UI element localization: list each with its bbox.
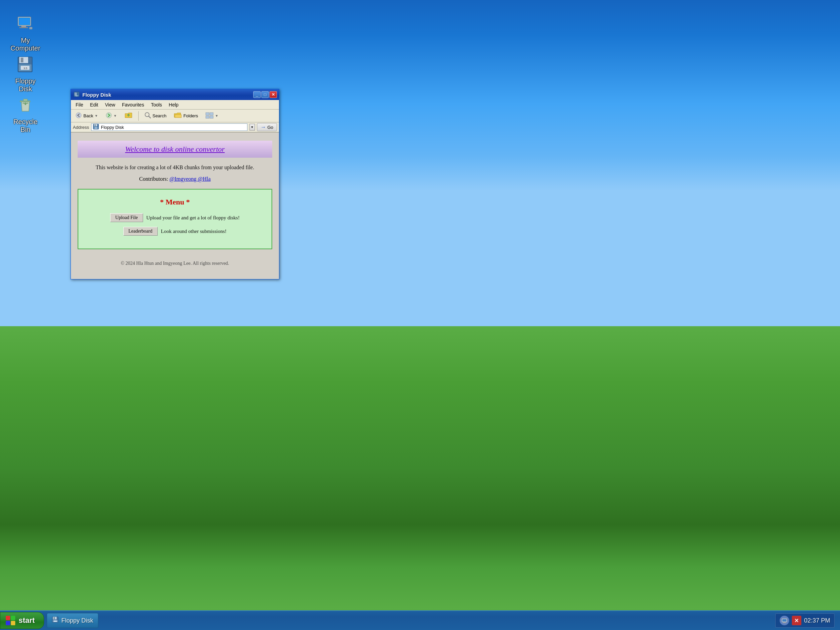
search-icon [144, 112, 151, 120]
menu-favourites[interactable]: Favourites [118, 101, 147, 108]
floppy-disk-icon: 3.5 [14, 54, 36, 75]
window-title-icon [73, 91, 81, 98]
svg-point-20 [76, 112, 81, 118]
toolbar: Back ▼ ▼ [71, 109, 279, 122]
svg-rect-37 [54, 621, 57, 622]
svg-rect-30 [95, 125, 96, 126]
svg-rect-39 [782, 619, 786, 622]
go-button[interactable]: → Go [257, 123, 277, 131]
svg-text:3.5: 3.5 [24, 67, 27, 70]
svg-point-21 [106, 112, 112, 118]
up-folder-button[interactable] [122, 111, 136, 121]
leaderboard-button[interactable]: Leaderboard [123, 227, 158, 236]
desktop-icon-recycle[interactable]: Recycle Bin [7, 92, 44, 136]
desktop: My Computer 3.5 Floppy Disk [0, 0, 840, 630]
svg-rect-32 [95, 128, 97, 128]
desktop-icon-floppy[interactable]: 3.5 Floppy Disk [7, 51, 44, 96]
system-clock: 02:37 PM [804, 617, 830, 624]
ground-background [0, 326, 840, 609]
system-tray: ✕ 02:37 PM [775, 613, 835, 628]
menu-file[interactable]: File [72, 101, 87, 108]
search-label: Search [153, 113, 166, 118]
contributors-prefix: Contributors: [139, 176, 169, 182]
menu-help[interactable]: Help [166, 101, 182, 108]
leaderboard-description: Look around other submissions! [161, 229, 227, 234]
menu-edit[interactable]: Edit [87, 101, 102, 108]
address-bar: Address Floppy Disk ▼ → Go [71, 122, 279, 133]
description-text: This website is for creating a lot of 4K… [77, 164, 272, 171]
svg-rect-41 [782, 623, 786, 623]
taskbar-right: ✕ 02:37 PM [775, 613, 840, 628]
my-computer-label: My Computer [9, 36, 41, 52]
welcome-heading: Welcome to disk online convertor [77, 141, 272, 158]
search-button[interactable]: Search [141, 111, 169, 121]
taskbar-program-icon [52, 616, 58, 625]
recycle-bin-icon [14, 94, 36, 116]
svg-rect-35 [54, 617, 55, 619]
svg-rect-14 [24, 99, 27, 101]
windows-logo-icon [6, 616, 15, 625]
address-label: Address [73, 125, 89, 130]
menu-box: * Menu * Upload File Upload your file an… [77, 189, 272, 249]
minimize-button[interactable]: _ [253, 91, 261, 98]
back-dropdown-icon[interactable]: ▼ [95, 114, 98, 118]
recycle-bin-label: Recycle Bin [9, 118, 41, 134]
window-controls: _ □ ✕ [253, 91, 277, 98]
my-computer-icon [14, 13, 36, 35]
folders-label: Folders [183, 113, 198, 118]
window-content: Welcome to disk online convertor This we… [71, 133, 279, 279]
upload-row: Upload File Upload your file and get a l… [87, 213, 264, 222]
svg-line-23 [149, 116, 150, 118]
taskbar: start Floppy Disk [0, 610, 840, 630]
svg-rect-19 [76, 96, 77, 96]
menu-view[interactable]: View [102, 101, 118, 108]
taskbar-program-label: Floppy Disk [62, 617, 93, 624]
upload-description: Upload your file and get a lot of floppy… [147, 215, 240, 221]
menu-title: * Menu * [87, 198, 264, 207]
menu-tools[interactable]: Tools [147, 101, 166, 108]
close-button[interactable]: ✕ [270, 91, 277, 98]
start-label: start [19, 616, 35, 625]
back-icon [75, 112, 82, 119]
go-arrow-icon: → [261, 124, 266, 130]
floppy-disk-label: Floppy Disk [9, 77, 41, 93]
menu-bar: File Edit View Favourites Tools Help [71, 100, 279, 109]
start-button[interactable]: start [0, 612, 44, 629]
toolbar-separator-1 [138, 111, 139, 121]
address-value: Floppy Disk [101, 125, 246, 130]
svg-rect-24 [206, 112, 209, 115]
upload-file-button[interactable]: Upload File [110, 213, 143, 222]
desktop-icon-my-computer[interactable]: My Computer [7, 10, 44, 55]
address-input-wrap[interactable]: Floppy Disk [91, 123, 248, 131]
up-folder-icon [125, 112, 133, 120]
view-button[interactable]: ▼ [202, 111, 221, 121]
tray-security-icon: ✕ [792, 616, 801, 625]
svg-rect-25 [210, 112, 213, 115]
svg-rect-2 [19, 18, 30, 24]
address-floppy-icon [93, 124, 99, 131]
forward-dropdown-icon[interactable]: ▼ [114, 114, 117, 118]
window-title-bar: Floppy Disk _ □ ✕ [71, 89, 279, 100]
footer-text: © 2024 Hla Htun and Imgyeong Lee. All ri… [77, 256, 272, 271]
leaderboard-row: Leaderboard Look around other submission… [87, 227, 264, 236]
svg-rect-6 [30, 28, 32, 28]
view-dropdown-icon[interactable]: ▼ [215, 114, 218, 118]
view-icon [205, 112, 213, 120]
address-dropdown-button[interactable]: ▼ [249, 124, 255, 131]
svg-rect-4 [19, 27, 28, 28]
forward-button[interactable]: ▼ [103, 111, 120, 121]
back-button[interactable]: Back ▼ [72, 111, 101, 121]
folders-icon [174, 112, 182, 120]
svg-rect-27 [210, 116, 213, 118]
svg-rect-8 [19, 57, 28, 63]
contributors-link[interactable]: @Imgyeong @Hla [169, 176, 210, 182]
go-label: Go [267, 125, 273, 130]
folders-button[interactable]: Folders [171, 111, 201, 121]
contributors-text: Contributors: @Imgyeong @Hla [77, 176, 272, 182]
maximize-button[interactable]: □ [261, 91, 269, 98]
svg-rect-3 [21, 26, 26, 27]
taskbar-floppy-disk[interactable]: Floppy Disk [47, 613, 98, 628]
floppy-disk-window: Floppy Disk _ □ ✕ File Edit View Favouri… [71, 89, 279, 279]
svg-rect-17 [75, 93, 76, 95]
svg-rect-9 [21, 58, 24, 62]
